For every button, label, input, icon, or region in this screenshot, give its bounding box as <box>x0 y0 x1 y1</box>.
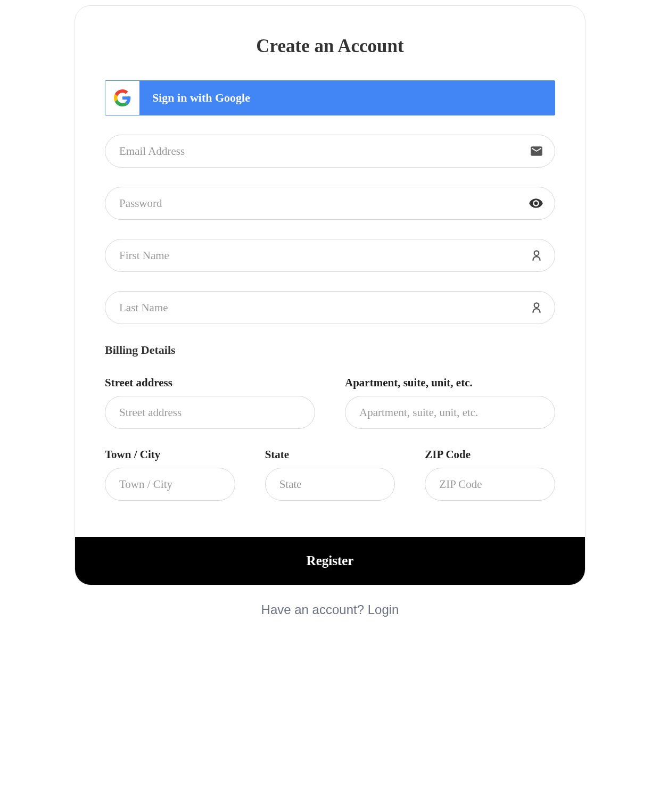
zip-field[interactable] <box>425 468 555 501</box>
email-icon <box>530 144 543 158</box>
street-col: Street address <box>105 376 315 429</box>
email-field[interactable] <box>105 135 555 168</box>
billing-row-2: Town / City State ZIP Code <box>105 448 555 501</box>
person-icon <box>530 301 543 314</box>
billing-heading: Billing Details <box>105 343 555 357</box>
first-name-field-wrapper <box>105 239 555 272</box>
street-label: Street address <box>105 376 315 390</box>
card-body: Create an Account Sign in with Google <box>75 6 585 537</box>
apt-label: Apartment, suite, unit, etc. <box>345 376 555 390</box>
google-signin-button[interactable]: Sign in with Google <box>105 80 555 115</box>
register-card: Create an Account Sign in with Google <box>75 5 585 585</box>
zip-label: ZIP Code <box>425 448 555 461</box>
register-button[interactable]: Register <box>75 537 585 585</box>
city-col: Town / City <box>105 448 235 501</box>
apt-col: Apartment, suite, unit, etc. <box>345 376 555 429</box>
zip-col: ZIP Code <box>425 448 555 501</box>
city-label: Town / City <box>105 448 235 461</box>
page-title: Create an Account <box>105 36 555 57</box>
password-field[interactable] <box>105 187 555 220</box>
eye-icon[interactable] <box>529 196 543 211</box>
state-col: State <box>265 448 395 501</box>
last-name-field[interactable] <box>105 291 555 324</box>
person-icon <box>530 248 543 262</box>
first-name-field[interactable] <box>105 239 555 272</box>
state-field[interactable] <box>265 468 395 501</box>
google-button-label: Sign in with Google <box>139 91 555 105</box>
city-field[interactable] <box>105 468 235 501</box>
svg-point-0 <box>534 251 539 255</box>
street-field[interactable] <box>105 396 315 429</box>
email-field-wrapper <box>105 135 555 168</box>
svg-point-1 <box>534 303 539 308</box>
last-name-field-wrapper <box>105 291 555 324</box>
apt-field[interactable] <box>345 396 555 429</box>
billing-row-1: Street address Apartment, suite, unit, e… <box>105 376 555 429</box>
google-icon <box>105 81 139 115</box>
login-link[interactable]: Have an account? Login <box>5 602 655 617</box>
password-field-wrapper <box>105 187 555 220</box>
state-label: State <box>265 448 395 461</box>
